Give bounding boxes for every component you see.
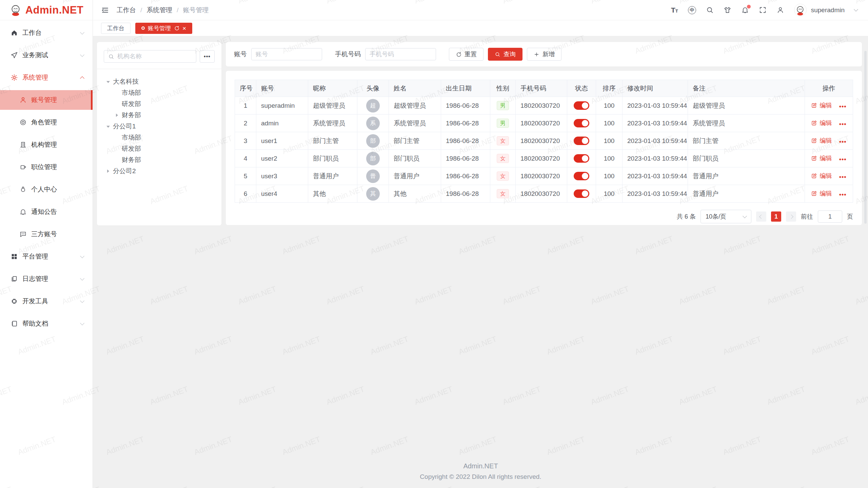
add-button[interactable]: 新增 (527, 48, 561, 61)
tree-node-6[interactable]: 研发部 (104, 143, 215, 154)
language-icon[interactable]: 中 (688, 6, 696, 14)
sidebar-item-business-test[interactable]: 业务测试 (0, 45, 93, 65)
sidebar-item-label: 系统管理 (22, 73, 48, 82)
reset-button[interactable]: 重置 (449, 48, 484, 61)
tab-close-icon[interactable]: × (182, 25, 186, 32)
tab-account-mgmt[interactable]: 账号管理 × (135, 23, 192, 34)
sidebar-item-org-mgmt[interactable]: 机构管理 (0, 135, 93, 155)
menu-collapse-icon[interactable] (101, 6, 109, 14)
tree-caret-icon[interactable] (106, 125, 111, 128)
status-toggle[interactable] (574, 119, 589, 127)
tree-node-5[interactable]: 市场部 (104, 132, 215, 143)
account-filter-field[interactable] (251, 48, 322, 60)
tree-node-1[interactable]: 市场部 (104, 87, 215, 98)
tab-workbench[interactable]: 工作台 (101, 23, 131, 34)
cell-no: 2 (235, 115, 256, 132)
table-row: 4 user2 部门职员 部 部门职员 1986-06-28 女 1802003… (235, 150, 853, 167)
breadcrumb-item[interactable]: 工作台 (117, 6, 136, 15)
sidebar-item-position-mgmt[interactable]: 职位管理 (0, 157, 93, 177)
breadcrumb-item[interactable]: 系统管理 (146, 6, 172, 15)
cell-name: 超级管理员 (389, 97, 441, 115)
sidebar-item-help-docs[interactable]: 帮助文档 (0, 314, 93, 333)
row-more-button[interactable]: ••• (839, 103, 847, 110)
sidebar-item-notice[interactable]: 通知公告 (0, 202, 93, 222)
topbar-icons: TT中 (671, 6, 784, 14)
goto-page-input[interactable] (818, 210, 842, 223)
phone-filter-input[interactable] (370, 51, 432, 58)
edit-button[interactable]: 编辑 (811, 101, 832, 109)
user-avatar[interactable] (794, 4, 807, 16)
row-more-button[interactable]: ••• (839, 138, 847, 145)
edit-button[interactable]: 编辑 (811, 189, 832, 198)
row-more-button[interactable]: ••• (839, 191, 847, 198)
fullscreen-icon[interactable] (759, 6, 767, 14)
phone-filter-field[interactable] (365, 48, 436, 60)
tree-caret-icon[interactable] (106, 169, 111, 173)
org-search-input[interactable] (117, 53, 192, 60)
sidebar-item-third-account[interactable]: 三方账号 (0, 224, 93, 244)
sidebar-item-platform-mgmt[interactable]: 平台管理 (0, 247, 93, 266)
tree-node-4[interactable]: 分公司1 (104, 121, 215, 132)
status-toggle[interactable] (574, 154, 589, 163)
cell-gender: 女 (490, 185, 516, 203)
font-size-icon[interactable]: TT (671, 6, 678, 14)
theme-icon[interactable] (724, 6, 731, 14)
status-toggle[interactable] (574, 189, 589, 198)
sidebar-menu: 工作台 业务测试 系统管理 账号管理 角色管理 机构管理 职位管理 个人中心 通… (0, 20, 93, 336)
cell-modified: 2023-01-03 10:59:44 (623, 185, 688, 203)
org-more-button[interactable]: ••• (200, 50, 215, 63)
cell-account: user4 (256, 185, 308, 203)
edit-button[interactable]: 编辑 (811, 119, 832, 127)
edit-button[interactable]: 编辑 (811, 172, 832, 180)
username[interactable]: superadmin (811, 6, 845, 14)
cell-actions: 编辑 ••• (805, 115, 853, 132)
grid-icon (10, 252, 18, 261)
sidebar-item-log-mgmt[interactable]: 日志管理 (0, 269, 93, 289)
search-icon[interactable] (706, 6, 714, 14)
sidebar-item-dev-tools[interactable]: 开发工具 (0, 291, 93, 311)
row-more-button[interactable]: ••• (839, 156, 847, 163)
status-toggle[interactable] (574, 101, 589, 110)
org-search-row: ••• (104, 50, 215, 63)
mascot-logo-icon (9, 4, 22, 17)
tree-node-label: 市场部 (122, 88, 141, 97)
tree-node-8[interactable]: 分公司2 (104, 165, 215, 177)
prev-page-button[interactable] (756, 211, 766, 222)
status-toggle[interactable] (574, 172, 589, 180)
tree-node-0[interactable]: 大名科技 (104, 76, 215, 87)
edit-button[interactable]: 编辑 (811, 154, 832, 162)
next-page-button[interactable] (786, 211, 796, 222)
tree-node-7[interactable]: 财务部 (104, 154, 215, 165)
status-toggle[interactable] (574, 137, 589, 145)
tree-caret-icon[interactable] (106, 80, 111, 83)
sidebar-item-workbench[interactable]: 工作台 (0, 23, 93, 43)
current-page-button[interactable]: 1 (771, 211, 781, 222)
sidebar-item-label: 个人中心 (31, 185, 57, 194)
tree-node-3[interactable]: 财务部 (104, 109, 215, 121)
sidebar-item-label: 机构管理 (31, 140, 57, 149)
sidebar-item-label: 业务测试 (22, 51, 48, 60)
sidebar-item-system-mgmt[interactable]: 系统管理 (0, 68, 93, 87)
row-more-button[interactable]: ••• (839, 174, 847, 180)
tab-refresh-icon[interactable] (174, 25, 179, 31)
page-size-select[interactable]: 10条/页 (701, 210, 751, 223)
tree-node-2[interactable]: 研发部 (104, 98, 215, 109)
query-button[interactable]: 查询 (488, 48, 522, 61)
sidebar-item-role-mgmt[interactable]: 角色管理 (0, 113, 93, 132)
tree-caret-icon[interactable] (115, 114, 119, 117)
org-search-field[interactable] (104, 50, 196, 63)
cell-status (567, 132, 596, 150)
pagination: 共 6 条 10条/页 1 前往 页 (235, 210, 853, 223)
notification-icon[interactable] (741, 6, 749, 14)
account-filter-input[interactable] (256, 51, 318, 58)
row-more-button[interactable]: ••• (839, 121, 847, 127)
footer: Admin.NET Copyright © 2022 Dilon All rig… (93, 462, 868, 481)
table-header-row: 序号账号昵称头像姓名出生日期性别手机号码状态排序修改时间备注操作 (235, 80, 853, 97)
user-menu-chevron-icon[interactable] (854, 7, 858, 12)
profile-icon[interactable] (776, 6, 784, 14)
edit-button[interactable]: 编辑 (811, 137, 832, 145)
cell-phone: 18020030720 (516, 150, 567, 167)
scrollbar-thumb[interactable] (864, 51, 867, 224)
sidebar-item-profile-center[interactable]: 个人中心 (0, 180, 93, 199)
sidebar-item-account-mgmt[interactable]: 账号管理 (0, 90, 93, 110)
